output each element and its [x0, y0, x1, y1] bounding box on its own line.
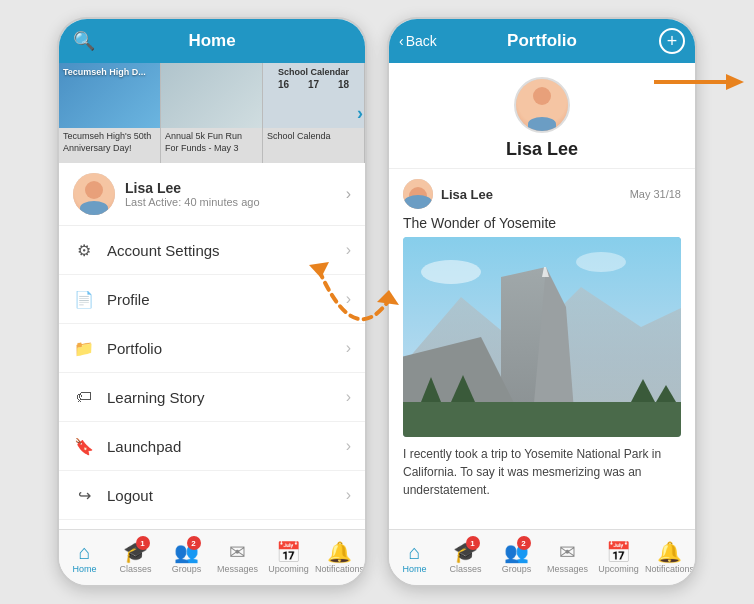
menu-item-portfolio[interactable]: 📁 Portfolio › [59, 324, 365, 373]
launchpad-icon: 🔖 [73, 435, 95, 457]
launchpad-label: Launchpad [107, 438, 346, 455]
nav-home-label: Home [72, 564, 96, 574]
notifications-icon: 🔔 [327, 542, 352, 562]
nav-classes[interactable]: 1 🎓 Classes [110, 530, 161, 585]
nav-messages[interactable]: ✉ Messages [212, 530, 263, 585]
nav-classes-right[interactable]: 1 🎓 Classes [440, 530, 491, 585]
portfolio-chevron: › [346, 339, 351, 357]
nav-groups-label-right: Groups [502, 564, 532, 574]
portfolio-title: Portfolio [507, 31, 577, 51]
classes-badge: 1 [136, 536, 150, 550]
back-button[interactable]: ‹ Back [399, 33, 437, 49]
avatar [73, 173, 115, 215]
profile-icon: 📄 [73, 288, 95, 310]
add-button[interactable]: + [659, 28, 685, 54]
logout-icon: ↪ [73, 484, 95, 506]
post-author-avatar [403, 179, 433, 209]
yosemite-illustration [403, 237, 681, 437]
menu-item-launchpad[interactable]: 🔖 Launchpad › [59, 422, 365, 471]
menu-item-learning-story[interactable]: 🏷 Learning Story › [59, 373, 365, 422]
portfolio-label: Portfolio [107, 340, 346, 357]
launchpad-chevron: › [346, 437, 351, 455]
home-icon-right: ⌂ [408, 542, 420, 562]
right-phone: ‹ Back Portfolio + Lisa Lee Lisa Lee May… [387, 17, 697, 587]
portfolio-user-name: Lisa Lee [506, 139, 578, 160]
nav-groups-right[interactable]: 2 👥 Groups [491, 530, 542, 585]
post-title: The Wonder of Yosemite [403, 215, 681, 231]
portfolio-avatar [514, 77, 570, 133]
learning-story-icon: 🏷 [73, 386, 95, 408]
nav-home[interactable]: ⌂ Home [59, 530, 110, 585]
nav-notifications[interactable]: 🔔 Notifications [314, 530, 365, 585]
nav-messages-right[interactable]: ✉ Messages [542, 530, 593, 585]
nav-notifications-label: Notifications [315, 564, 364, 574]
svg-point-15 [421, 260, 481, 284]
nav-home-label-right: Home [402, 564, 426, 574]
bottom-nav-left: ⌂ Home 1 🎓 Classes 2 👥 Groups ✉ Messages… [59, 529, 365, 585]
portfolio-icon: 📁 [73, 337, 95, 359]
carousel-caption-2: Annual 5k Fun Run For Funds - May 3 [161, 128, 262, 157]
classes-badge-right: 1 [466, 536, 480, 550]
nav-messages-label-right: Messages [547, 564, 588, 574]
portfolio-content: Lisa Lee Lisa Lee May 31/18 The Wonder o… [389, 63, 695, 529]
nav-messages-label: Messages [217, 564, 258, 574]
svg-marker-3 [726, 74, 744, 90]
messages-icon: ✉ [229, 542, 246, 562]
nav-upcoming-right[interactable]: 📅 Upcoming [593, 530, 644, 585]
carousel-item-3[interactable]: School Calendar 16 17 18 School Calenda [263, 63, 365, 163]
portfolio-user-header: Lisa Lee [389, 63, 695, 168]
home-icon: ⌂ [78, 542, 90, 562]
user-status: Last Active: 40 minutes ago [125, 196, 346, 208]
user-row-chevron: › [346, 185, 351, 203]
groups-badge: 2 [187, 536, 201, 550]
nav-upcoming[interactable]: 📅 Upcoming [263, 530, 314, 585]
learning-story-label: Learning Story [107, 389, 346, 406]
post-author-name: Lisa Lee [441, 187, 493, 202]
menu-item-logout[interactable]: ↪ Logout › [59, 471, 365, 520]
user-name: Lisa Lee [125, 180, 346, 196]
nav-upcoming-label: Upcoming [268, 564, 309, 574]
nav-notifications-right[interactable]: 🔔 Notifications [644, 530, 695, 585]
account-settings-chevron: › [346, 241, 351, 259]
left-phone: 🔍 Home Tecumseh High D... Tecumseh High'… [57, 17, 367, 587]
svg-point-16 [576, 252, 626, 272]
nav-notifications-label-right: Notifications [645, 564, 694, 574]
back-label: Back [406, 33, 437, 49]
svg-rect-9 [403, 402, 681, 437]
account-settings-label: Account Settings [107, 242, 346, 259]
logout-label: Logout [107, 487, 346, 504]
nav-classes-label-right: Classes [449, 564, 481, 574]
home-header: 🔍 Home [59, 19, 365, 63]
carousel-next-icon[interactable]: › [357, 103, 363, 124]
nav-groups[interactable]: 2 👥 Groups [161, 530, 212, 585]
post-date: May 31/18 [630, 188, 681, 200]
carousel-caption-3: School Calenda [263, 128, 364, 146]
image-carousel: Tecumseh High D... Tecumseh High's 50th … [59, 63, 365, 163]
back-chevron-icon: ‹ [399, 33, 404, 49]
menu-item-profile[interactable]: 📄 Profile › [59, 275, 365, 324]
home-title: Home [188, 31, 235, 51]
menu-item-account-settings[interactable]: ⚙ Account Settings › [59, 226, 365, 275]
learning-story-chevron: › [346, 388, 351, 406]
logout-chevron: › [346, 486, 351, 504]
post-image [403, 237, 681, 437]
carousel-item-2[interactable]: Annual 5k Fun Run For Funds - May 3 [161, 63, 263, 163]
profile-label: Profile [107, 291, 346, 308]
profile-chevron: › [346, 290, 351, 308]
upcoming-icon-right: 📅 [606, 542, 631, 562]
groups-badge-right: 2 [517, 536, 531, 550]
nav-upcoming-label-right: Upcoming [598, 564, 639, 574]
upcoming-icon: 📅 [276, 542, 301, 562]
search-icon[interactable]: 🔍 [73, 30, 95, 52]
post-caption: I recently took a trip to Yosemite Natio… [403, 445, 681, 499]
carousel-caption-1: Tecumseh High's 50th Anniversary Day! [59, 128, 160, 157]
user-row[interactable]: Lisa Lee Last Active: 40 minutes ago › [59, 163, 365, 226]
nav-classes-label: Classes [119, 564, 151, 574]
post-card: Lisa Lee May 31/18 The Wonder of Yosemit… [389, 168, 695, 509]
portfolio-header: ‹ Back Portfolio + [389, 19, 695, 63]
nav-groups-label: Groups [172, 564, 202, 574]
settings-icon: ⚙ [73, 239, 95, 261]
carousel-item-1[interactable]: Tecumseh High D... Tecumseh High's 50th … [59, 63, 161, 163]
add-icon: + [667, 32, 678, 50]
nav-home-right[interactable]: ⌂ Home [389, 530, 440, 585]
